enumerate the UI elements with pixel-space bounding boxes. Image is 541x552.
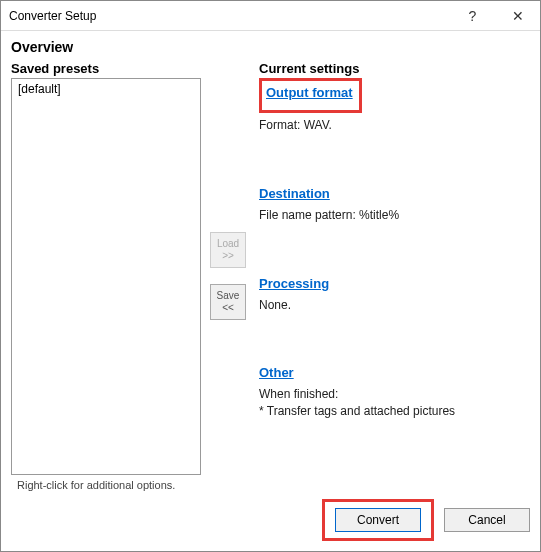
save-preset-button[interactable]: Save << [210, 284, 246, 320]
other-link[interactable]: Other [259, 365, 294, 380]
current-settings-heading: Current settings [259, 61, 530, 78]
destination-detail: File name pattern: %title% [259, 207, 530, 224]
save-label: Save [211, 290, 245, 302]
cancel-button[interactable]: Cancel [444, 508, 530, 532]
presets-hint: Right-click for additional options. [11, 475, 201, 491]
other-line1: When finished: [259, 386, 530, 403]
other-line2: * Transfer tags and attached pictures [259, 403, 530, 420]
highlight-output-format: Output format [259, 78, 362, 113]
highlight-convert: Convert [322, 499, 434, 541]
list-item[interactable]: [default] [14, 81, 198, 97]
help-button[interactable]: ? [450, 1, 495, 31]
close-icon: ✕ [512, 8, 524, 24]
window-title: Converter Setup [9, 9, 450, 23]
title-bar: Converter Setup ? ✕ [1, 1, 540, 31]
output-format-link[interactable]: Output format [266, 85, 353, 100]
destination-block: Destination File name pattern: %title% [259, 184, 530, 224]
destination-link[interactable]: Destination [259, 186, 330, 201]
load-label: Load [211, 238, 245, 250]
save-arrows-icon: << [211, 302, 245, 314]
presets-listbox[interactable]: [default] [11, 78, 201, 475]
convert-button[interactable]: Convert [335, 508, 421, 532]
close-button[interactable]: ✕ [495, 1, 540, 31]
dialog-footer: Convert Cancel [11, 491, 530, 541]
other-block: Other When finished: * Transfer tags and… [259, 363, 530, 420]
processing-link[interactable]: Processing [259, 276, 329, 291]
processing-block: Processing None. [259, 274, 530, 314]
output-format-block: Output format Format: WAV. [259, 78, 530, 134]
output-format-detail: Format: WAV. [259, 117, 530, 134]
cancel-label: Cancel [468, 513, 505, 527]
processing-detail: None. [259, 297, 530, 314]
help-icon: ? [469, 8, 477, 24]
load-preset-button[interactable]: Load >> [210, 232, 246, 268]
convert-label: Convert [357, 513, 399, 527]
load-arrows-icon: >> [211, 250, 245, 262]
saved-presets-heading: Saved presets [11, 61, 201, 78]
overview-heading: Overview [11, 37, 530, 61]
